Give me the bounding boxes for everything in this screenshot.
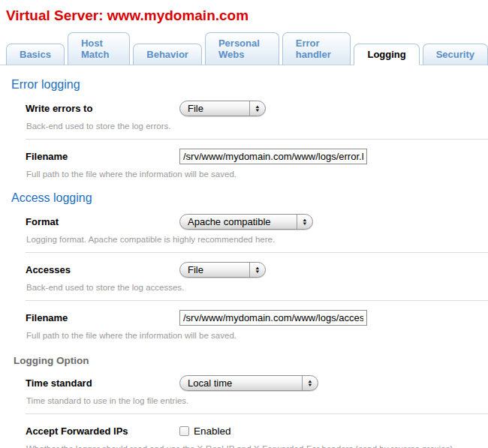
- format-select[interactable]: Apache compatible▲▼: [179, 214, 313, 230]
- section-logging-option: Logging OptionTime standardLocal time▲▼T…: [6, 355, 488, 448]
- select-value: File: [180, 101, 249, 116]
- field-row-accept-forwarded-ips: Accept Forwarded IPs✓Enabled: [26, 422, 488, 440]
- field-help: Logging format. Apache compatible is hig…: [26, 235, 488, 244]
- stepper-arrows-icon: ▲▼: [249, 101, 265, 116]
- section-entries: FormatApache compatible▲▼Logging format.…: [26, 213, 488, 340]
- time-standard-select[interactable]: Local time▲▼: [179, 375, 318, 391]
- section-entries: Write errors toFile▲▼Back-end used to st…: [26, 100, 488, 179]
- select-value: Local time: [180, 376, 302, 390]
- field-label-time-standard: Time standard: [26, 377, 179, 389]
- select-value: File: [180, 263, 249, 277]
- accesses-select[interactable]: File▲▼: [179, 262, 266, 278]
- field-help: Whether the logger should read and use t…: [26, 444, 488, 448]
- tab-security[interactable]: Security: [423, 44, 488, 65]
- tab-logging[interactable]: Logging: [354, 44, 419, 65]
- tab-error-handler[interactable]: Error handler: [282, 32, 351, 65]
- entry-divider: [26, 252, 488, 253]
- field-label-filename: Filename: [26, 312, 179, 323]
- tab-content-logging: Error loggingWrite errors toFile▲▼Back-e…: [0, 78, 488, 448]
- accept-forwarded-ips-checkbox[interactable]: ✓: [179, 426, 189, 436]
- field-help: Full path to the file where the informat…: [26, 170, 488, 179]
- field-row-write-errors-to: Write errors toFile▲▼: [26, 100, 488, 117]
- field-label-filename: Filename: [26, 151, 179, 162]
- field-row-filename: Filename: [26, 148, 488, 165]
- field-row-time-standard: Time standardLocal time▲▼: [26, 374, 488, 392]
- entry-divider: [26, 300, 488, 301]
- field-help: Back-end used to store the log errors.: [26, 122, 488, 131]
- entry-divider: [26, 413, 488, 414]
- select-value: Apache compatible: [180, 215, 297, 229]
- stepper-down-icon: ▼: [307, 383, 313, 387]
- field-row-format: FormatApache compatible▲▼: [26, 213, 488, 230]
- section-access-logging: Access loggingFormatApache compatible▲▼L…: [6, 191, 488, 340]
- stepper-arrows-icon: ▲▼: [249, 263, 265, 277]
- field-label-accept-forwarded-ips: Accept Forwarded IPs: [26, 425, 179, 437]
- filename-input[interactable]: [179, 310, 367, 326]
- section-heading-error-logging: Error logging: [11, 78, 488, 92]
- field-help: Time standard to use in the log file ent…: [26, 396, 488, 405]
- section-error-logging: Error loggingWrite errors toFile▲▼Back-e…: [6, 78, 488, 179]
- stepper-down-icon: ▼: [255, 109, 261, 113]
- stepper-arrows-icon: ▲▼: [297, 215, 312, 229]
- field-label-accesses: Accesses: [26, 264, 179, 275]
- field-help: Back-end used to store the log accesses.: [26, 283, 488, 292]
- tab-personal-webs[interactable]: Personal Webs: [205, 32, 279, 65]
- stepper-down-icon: ▼: [255, 270, 261, 274]
- field-label-format: Format: [26, 216, 179, 227]
- accept-forwarded-ips-checkbox-wrap: ✓Enabled: [179, 425, 231, 437]
- write-errors-to-select[interactable]: File▲▼: [179, 101, 266, 116]
- stepper-down-icon: ▼: [302, 222, 308, 226]
- tab-host-match[interactable]: Host Match: [68, 32, 130, 65]
- field-help: Full path to the file where the informat…: [26, 331, 488, 340]
- field-row-accesses: AccessesFile▲▼: [26, 261, 488, 278]
- tab-basics[interactable]: Basics: [6, 44, 65, 65]
- section-heading-access-logging: Access logging: [11, 191, 488, 205]
- section-entries: Time standardLocal time▲▼Time standard t…: [26, 374, 488, 448]
- page-title: Virtual Server: www.mydomain.com: [6, 8, 488, 24]
- section-heading-logging-option: Logging Option: [14, 355, 488, 366]
- entry-divider: [26, 139, 488, 140]
- tab-bar: BasicsHost MatchBehaviorPersonal WebsErr…: [0, 32, 488, 65]
- field-row-filename: Filename: [26, 309, 488, 326]
- filename-input[interactable]: [179, 149, 367, 164]
- checkbox-label: Enabled: [194, 425, 231, 437]
- virtual-server-page: Virtual Server: www.mydomain.com BasicsH…: [0, 0, 488, 448]
- field-label-write-errors-to: Write errors to: [26, 103, 179, 114]
- tab-behavior[interactable]: Behavior: [133, 44, 202, 65]
- stepper-arrows-icon: ▲▼: [302, 376, 318, 390]
